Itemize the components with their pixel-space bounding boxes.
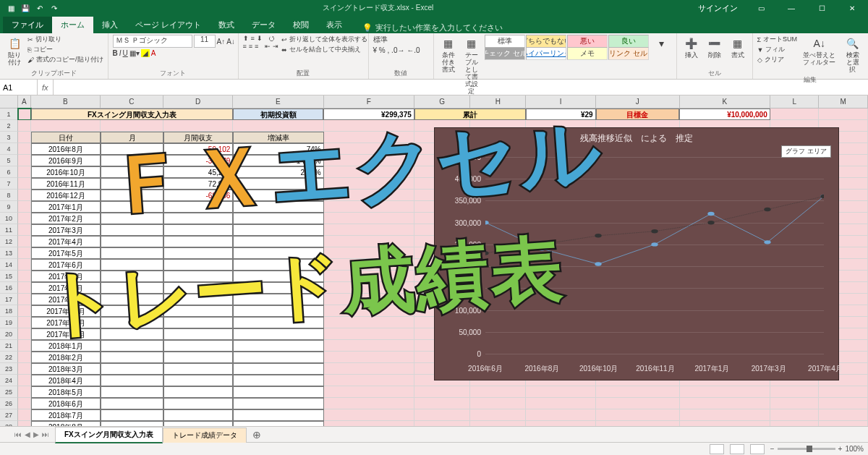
tab-insert[interactable]: 挿入 [93,17,127,33]
cell[interactable] [324,409,414,421]
cell[interactable] [163,282,233,294]
cell[interactable] [18,271,31,282]
row-header[interactable]: 10 [0,213,18,224]
cell[interactable] [18,305,31,317]
col-E[interactable]: E [233,95,323,108]
cell[interactable]: 2017年7月 [31,271,101,282]
sheet-nav-next-icon[interactable]: ▶ [33,430,39,438]
cell[interactable]: 45,201 [163,166,233,178]
underline-button[interactable]: U [123,49,128,57]
cell[interactable] [163,120,233,132]
cell[interactable] [18,224,31,236]
cell[interactable] [18,328,31,340]
cell[interactable]: 目標金 [596,109,680,120]
cell[interactable] [163,363,233,375]
cell[interactable] [18,120,31,132]
cell[interactable] [18,178,31,190]
cell[interactable] [18,375,31,386]
cell[interactable] [324,375,414,386]
cell[interactable] [680,398,770,409]
cell[interactable] [324,398,414,409]
cell[interactable]: 2016年9月 [31,155,101,166]
cell[interactable] [324,190,414,201]
cell[interactable]: 2.05% [233,166,323,178]
cell[interactable] [233,363,323,375]
col-D[interactable]: D [163,95,233,108]
cell[interactable] [163,352,233,363]
insert-cells-button[interactable]: ➕挿入 [681,35,702,60]
cell[interactable] [163,409,233,421]
format-painter-button[interactable]: 🖌書式のコピー/貼り付け [27,55,103,64]
cell[interactable] [324,247,414,259]
redo-icon[interactable]: ↷ [49,3,59,13]
cell[interactable] [18,386,31,398]
style-good[interactable]: 良い [608,35,649,48]
row-header[interactable]: 17 [0,294,18,305]
undo-icon[interactable]: ↶ [35,3,45,13]
cell[interactable] [233,120,323,132]
col-J[interactable]: J [596,95,680,108]
cell[interactable] [101,317,163,328]
sheet-nav-first-icon[interactable]: ⏮ [14,430,22,438]
col-M[interactable]: M [819,95,868,108]
align-center-icon[interactable]: ≡ [249,43,252,50]
italic-button[interactable]: I [119,49,122,57]
cell[interactable] [233,340,323,352]
row-header[interactable]: 1 [0,109,18,120]
cell[interactable] [18,282,31,294]
cell[interactable] [414,421,470,426]
cell[interactable]: 累計 [414,109,526,120]
cell[interactable] [596,421,680,426]
select-all-corner[interactable] [0,95,18,108]
cell[interactable] [233,213,323,224]
indent-inc-icon[interactable]: ⇥ [273,43,278,50]
tab-view[interactable]: 表示 [318,17,351,33]
row-header[interactable]: 28 [0,421,18,426]
cell[interactable] [18,201,31,213]
cell[interactable]: 2017年12月 [31,328,101,340]
font-name-select[interactable]: ＭＳ Ｐゴシック [113,35,192,48]
cell[interactable]: 2017年6月 [31,259,101,271]
cell[interactable]: 14.66% [233,155,323,166]
cell[interactable]: 2017年9月 [31,294,101,305]
tab-file[interactable]: ファイル [3,17,52,33]
cell[interactable] [18,132,31,143]
cell[interactable] [233,317,323,328]
delete-cells-button[interactable]: ➖削除 [705,35,725,60]
fill-button[interactable]: ▼フィル [757,45,798,54]
cell[interactable] [101,155,163,166]
cell[interactable] [18,109,31,120]
cell[interactable] [770,409,820,421]
cell[interactable] [324,213,414,224]
cell[interactable] [324,305,414,317]
cell[interactable]: 2018年8月 [31,421,101,426]
align-bot-icon[interactable]: ⬇ [257,35,263,42]
style-hyperlink[interactable]: ハイパーリンク [526,47,566,60]
cell[interactable] [819,421,868,426]
cell[interactable]: 2018年4月 [31,375,101,386]
cell[interactable] [101,328,163,340]
cell[interactable] [101,178,163,190]
cell[interactable] [163,236,233,247]
cell[interactable] [233,190,323,201]
currency-icon[interactable]: ¥ [373,46,378,54]
tab-review[interactable]: 校閲 [284,17,318,33]
cell[interactable]: 2017年3月 [31,224,101,236]
row-header[interactable]: 19 [0,317,18,328]
format-cells-button[interactable]: ▦書式 [728,35,748,60]
cell[interactable] [233,305,323,317]
tab-page-layout[interactable]: ページ レイアウト [127,17,210,33]
cell[interactable] [233,271,323,282]
zoom-in-icon[interactable]: + [838,445,843,453]
cell[interactable] [101,143,163,155]
cell[interactable] [819,109,868,120]
cell[interactable]: 2016年12月 [31,190,101,201]
row-header[interactable]: 5 [0,155,18,166]
cell[interactable] [163,201,233,213]
cell[interactable] [101,375,163,386]
row-header[interactable]: 23 [0,363,18,375]
cell[interactable]: ¥29 [526,109,596,120]
cell[interactable] [414,398,470,409]
cell[interactable] [233,421,323,426]
cell[interactable] [324,328,414,340]
